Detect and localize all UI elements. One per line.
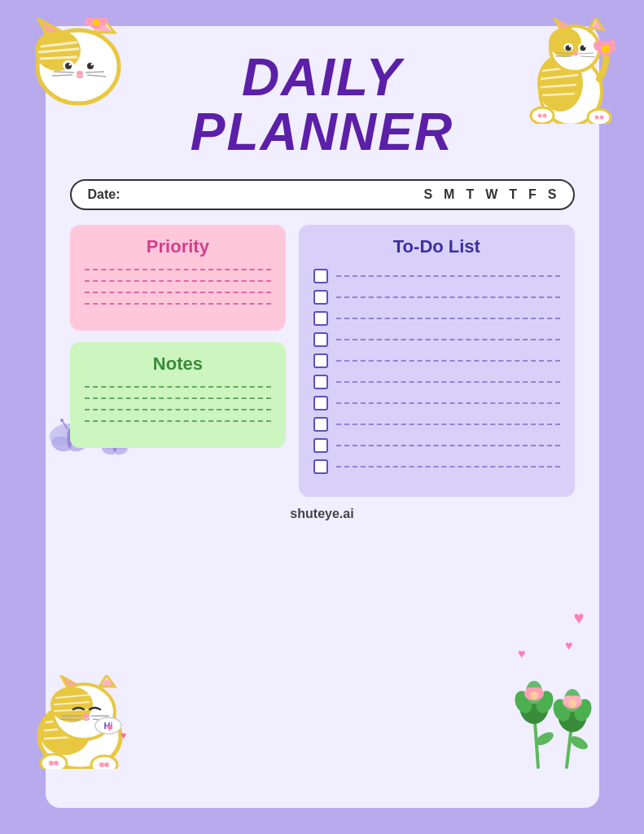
checkbox-1[interactable] [313, 269, 328, 283]
notes-line-1 [85, 386, 272, 388]
svg-text:♥: ♥ [120, 730, 126, 741]
checkbox-7[interactable] [313, 396, 328, 410]
title-line2: PLANNER [70, 105, 575, 160]
checkbox-4[interactable] [313, 332, 328, 347]
heart-decoration-3: ♥ [107, 720, 113, 735]
date-bar[interactable]: Date: S M T W T F S [70, 179, 575, 210]
todo-line-5 [336, 360, 559, 362]
todo-line-6 [336, 381, 559, 383]
svg-point-56 [599, 116, 603, 120]
svg-point-94 [54, 761, 59, 766]
flowers-decoration [506, 678, 603, 775]
todo-line-1 [336, 275, 559, 277]
date-label: Date: [88, 187, 120, 202]
priority-line-3 [85, 292, 272, 293]
todo-section: To-Do List [299, 225, 574, 497]
left-column: Priority [70, 225, 287, 497]
notes-section: Notes [70, 342, 287, 448]
checkbox-6[interactable] [313, 375, 328, 389]
todo-title: To-Do List [313, 236, 559, 257]
todo-item-7[interactable] [313, 396, 559, 410]
checkbox-5[interactable] [313, 353, 328, 368]
todo-line-7 [336, 402, 559, 404]
svg-point-108 [530, 691, 538, 700]
todo-line-8 [336, 424, 559, 425]
todo-item-1[interactable] [313, 269, 559, 283]
svg-point-93 [49, 761, 54, 766]
day-S1[interactable]: S [423, 187, 432, 202]
notes-line-3 [85, 409, 272, 410]
day-F[interactable]: F [528, 187, 537, 202]
right-column: To-Do List [299, 225, 574, 497]
planner-header: DAILY PLANNER [70, 42, 575, 166]
day-S2[interactable]: S [548, 187, 557, 202]
todo-item-9[interactable] [313, 438, 559, 453]
main-content: Priority [70, 225, 575, 497]
day-W[interactable]: W [485, 187, 497, 202]
day-T2[interactable]: T [509, 187, 517, 202]
todo-line-3 [336, 318, 559, 319]
svg-point-23 [93, 20, 99, 26]
priority-line-4 [85, 303, 272, 305]
todo-line-4 [336, 339, 559, 340]
todo-item-3[interactable] [313, 311, 559, 326]
priority-line-1 [85, 269, 272, 270]
heart-decoration-2: ♥ [565, 639, 573, 653]
todo-line-9 [336, 445, 559, 446]
todo-line-10 [336, 466, 559, 467]
svg-point-62 [60, 419, 64, 422]
heart-decoration-1: ♥ [573, 608, 584, 629]
notes-line-2 [85, 397, 272, 399]
priority-section: Priority [70, 225, 287, 331]
svg-line-85 [60, 719, 80, 720]
svg-point-96 [104, 762, 109, 767]
svg-point-95 [99, 762, 104, 767]
svg-point-55 [594, 116, 598, 120]
heart-decoration-4: ♥ [518, 647, 526, 661]
svg-point-52 [588, 109, 611, 124]
todo-item-5[interactable] [313, 353, 559, 368]
notes-title: Notes [85, 353, 272, 375]
checkbox-9[interactable] [313, 438, 328, 453]
notes-line-4 [85, 420, 272, 422]
brand-text: shuteye.ai [290, 507, 353, 520]
todo-item-6[interactable] [313, 375, 559, 389]
days-row: S M T W T F S [423, 187, 556, 202]
svg-point-116 [568, 700, 576, 708]
checkbox-3[interactable] [313, 311, 328, 326]
svg-point-50 [602, 45, 610, 53]
priority-title: Priority [85, 236, 272, 257]
planner-page: DAILY PLANNER Date: S M T W T F S Priori… [46, 26, 599, 808]
todo-item-4[interactable] [313, 332, 559, 347]
svg-point-92 [91, 756, 117, 769]
svg-point-91 [41, 754, 67, 769]
svg-point-41 [583, 46, 585, 47]
day-M[interactable]: M [444, 187, 454, 202]
checkbox-10[interactable] [313, 459, 328, 474]
checkbox-8[interactable] [313, 417, 328, 432]
svg-point-83 [83, 713, 90, 718]
todo-line-2 [336, 296, 559, 298]
footer-brand: shuteye.ai [70, 507, 575, 521]
priority-line-2 [85, 280, 272, 282]
cat-decoration-bottom-left: Hi ♥ [31, 675, 137, 769]
checkbox-2[interactable] [313, 290, 328, 305]
todo-item-2[interactable] [313, 290, 559, 305]
title-line1: DAILY [70, 50, 575, 105]
day-T1[interactable]: T [466, 187, 474, 202]
todo-item-10[interactable] [313, 459, 559, 474]
todo-item-8[interactable] [313, 417, 559, 432]
